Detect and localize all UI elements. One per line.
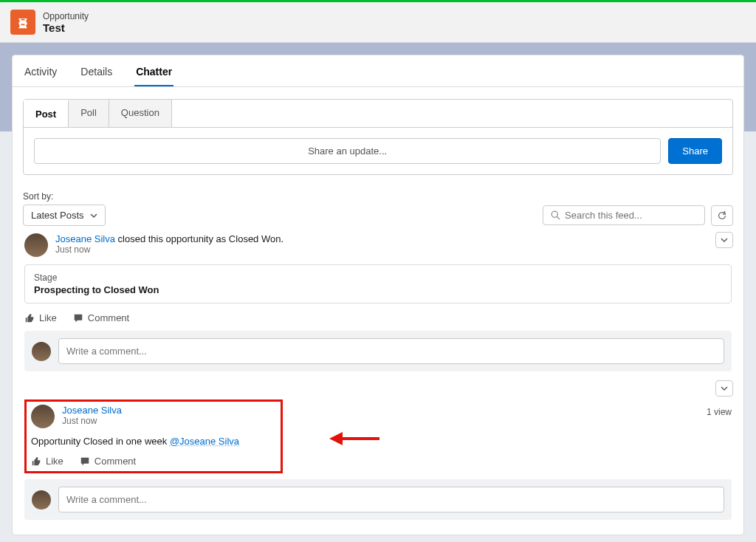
sort-selected-value: Latest Posts [31, 210, 84, 221]
opportunity-icon [10, 10, 35, 35]
sort-select[interactable]: Latest Posts [23, 205, 106, 226]
search-icon [551, 210, 560, 220]
publisher-tab-question[interactable]: Question [109, 100, 172, 127]
tab-chatter[interactable]: Chatter [134, 57, 173, 86]
record-header: Opportunity Test [0, 2, 756, 43]
publisher-tab-poll[interactable]: Poll [69, 100, 109, 127]
avatar [32, 342, 51, 361]
annotation-highlight: Joseane Silva Just now Opportunity Close… [24, 399, 283, 473]
record-name: Test [43, 21, 89, 34]
comment-button[interactable]: Comment [73, 312, 129, 323]
tab-details[interactable]: Details [79, 57, 114, 86]
post-time: Just now [55, 244, 284, 255]
like-button[interactable]: Like [31, 456, 63, 467]
chatter-card: Activity Details Chatter Post Poll Quest… [12, 55, 744, 535]
comment-button[interactable]: Comment [80, 456, 136, 467]
thumbs-up-icon [24, 313, 35, 323]
comment-composer [24, 479, 732, 520]
svg-line-1 [557, 217, 560, 220]
feed-search-input[interactable] [565, 210, 697, 221]
action-text: closed this opportunity as Closed Won. [115, 233, 284, 244]
svg-point-0 [551, 211, 557, 217]
post-time: Just now [62, 416, 122, 426]
field-change-value: Prospecting to Closed Won [34, 284, 722, 295]
chevron-down-icon [721, 236, 728, 244]
thumbs-up-icon [31, 456, 41, 467]
comment-icon [73, 313, 83, 323]
publisher-panel: Post Poll Question Share an update... Sh… [23, 99, 733, 175]
record-type-label: Opportunity [43, 11, 89, 21]
like-button[interactable]: Like [24, 312, 57, 323]
publisher-tab-post[interactable]: Post [24, 100, 69, 127]
comment-input[interactable] [58, 487, 724, 512]
feed-item-menu[interactable] [715, 232, 733, 248]
avatar [31, 405, 55, 428]
mention-link[interactable]: @Joseane Silva [170, 436, 239, 447]
feed-item-menu[interactable] [715, 380, 733, 397]
share-button[interactable]: Share [668, 138, 722, 164]
comment-input[interactable] [58, 338, 724, 364]
refresh-button[interactable] [711, 205, 733, 226]
feed-search[interactable] [543, 205, 705, 225]
comment-composer [24, 331, 732, 371]
feed-item-text-post: Joseane Silva Just now Opportunity Close… [23, 374, 733, 523]
chevron-down-icon [90, 212, 97, 219]
field-change-card: Stage Prospecting to Closed Won [24, 264, 732, 303]
post-body: Opportunity Closed in one week [31, 436, 170, 447]
annotation-arrow [329, 428, 381, 450]
avatar [24, 233, 48, 257]
author-link[interactable]: Joseane Silva [62, 405, 122, 416]
tab-activity[interactable]: Activity [23, 57, 58, 86]
author-link[interactable]: Joseane Silva [55, 233, 115, 244]
chevron-down-icon [721, 385, 728, 392]
comment-icon [80, 456, 90, 467]
svg-marker-3 [329, 432, 343, 445]
refresh-icon [717, 210, 727, 221]
view-count: 1 view [707, 407, 732, 417]
avatar [32, 490, 51, 510]
sort-label: Sort by: [23, 191, 733, 202]
feed-item-record-change: Joseane Silva closed this opportunity as… [23, 226, 733, 374]
share-update-input[interactable]: Share an update... [34, 138, 661, 164]
field-change-label: Stage [34, 272, 722, 283]
